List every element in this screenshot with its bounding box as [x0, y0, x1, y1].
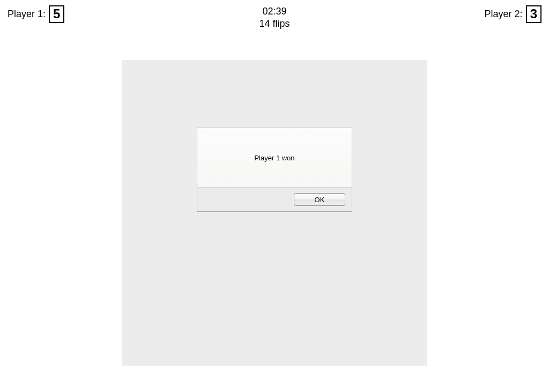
player2-score-block: Player 2: 3 [485, 5, 541, 23]
player1-score-block: Player 1: 5 [8, 5, 64, 23]
ok-button[interactable]: OK [294, 193, 345, 206]
dialog-message: Player 1 won [254, 154, 294, 162]
timer-value: 02:39 [259, 5, 290, 18]
flips-count: 14 flips [259, 18, 290, 30]
player2-label: Player 2: [485, 9, 523, 20]
game-board [122, 60, 427, 366]
center-info: 02:39 14 flips [259, 5, 290, 31]
winner-dialog: Player 1 won OK [197, 128, 352, 212]
player2-score-value: 3 [526, 5, 541, 23]
player1-label: Player 1: [8, 9, 46, 20]
dialog-footer: OK [197, 187, 352, 211]
player1-score-value: 5 [49, 5, 64, 23]
dialog-body: Player 1 won [197, 128, 352, 187]
game-header: Player 1: 5 02:39 14 flips Player 2: 3 [0, 0, 549, 36]
